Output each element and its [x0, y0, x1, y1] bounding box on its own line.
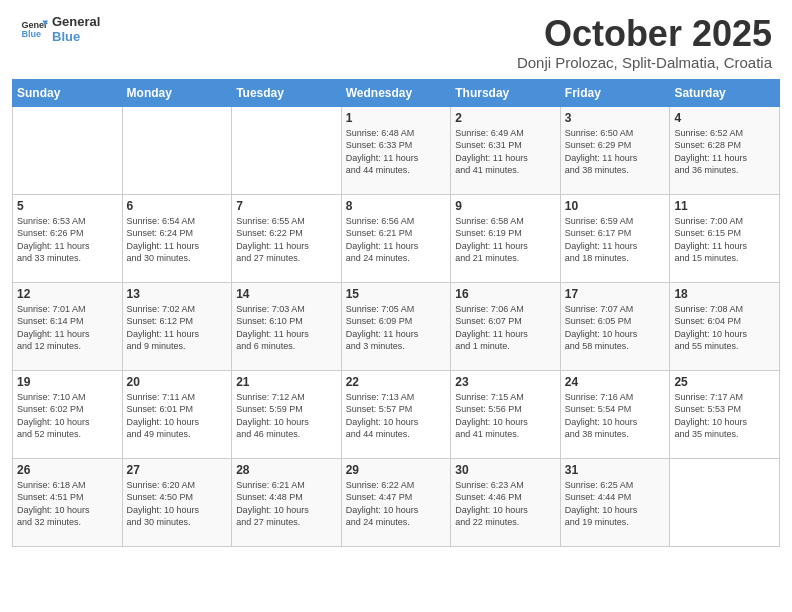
- day-cell: 31Sunrise: 6:25 AM Sunset: 4:44 PM Dayli…: [560, 458, 670, 546]
- day-number: 7: [236, 199, 337, 213]
- day-cell: [122, 106, 232, 194]
- day-cell: 11Sunrise: 7:00 AM Sunset: 6:15 PM Dayli…: [670, 194, 780, 282]
- week-row-1: 1Sunrise: 6:48 AM Sunset: 6:33 PM Daylig…: [13, 106, 780, 194]
- location-title: Donji Prolozac, Split-Dalmatia, Croatia: [517, 54, 772, 71]
- day-cell: 28Sunrise: 6:21 AM Sunset: 4:48 PM Dayli…: [232, 458, 342, 546]
- day-cell: 3Sunrise: 6:50 AM Sunset: 6:29 PM Daylig…: [560, 106, 670, 194]
- day-number: 15: [346, 287, 447, 301]
- day-number: 19: [17, 375, 118, 389]
- day-number: 30: [455, 463, 556, 477]
- day-info: Sunrise: 7:01 AM Sunset: 6:14 PM Dayligh…: [17, 303, 118, 353]
- day-info: Sunrise: 6:55 AM Sunset: 6:22 PM Dayligh…: [236, 215, 337, 265]
- day-cell: 2Sunrise: 6:49 AM Sunset: 6:31 PM Daylig…: [451, 106, 561, 194]
- week-row-3: 12Sunrise: 7:01 AM Sunset: 6:14 PM Dayli…: [13, 282, 780, 370]
- day-info: Sunrise: 6:50 AM Sunset: 6:29 PM Dayligh…: [565, 127, 666, 177]
- day-info: Sunrise: 6:59 AM Sunset: 6:17 PM Dayligh…: [565, 215, 666, 265]
- day-cell: [232, 106, 342, 194]
- day-cell: 10Sunrise: 6:59 AM Sunset: 6:17 PM Dayli…: [560, 194, 670, 282]
- day-info: Sunrise: 7:00 AM Sunset: 6:15 PM Dayligh…: [674, 215, 775, 265]
- col-sunday: Sunday: [13, 79, 123, 106]
- day-info: Sunrise: 6:23 AM Sunset: 4:46 PM Dayligh…: [455, 479, 556, 529]
- day-info: Sunrise: 7:17 AM Sunset: 5:53 PM Dayligh…: [674, 391, 775, 441]
- day-number: 8: [346, 199, 447, 213]
- day-info: Sunrise: 6:20 AM Sunset: 4:50 PM Dayligh…: [127, 479, 228, 529]
- day-number: 3: [565, 111, 666, 125]
- day-number: 27: [127, 463, 228, 477]
- day-number: 12: [17, 287, 118, 301]
- day-cell: 26Sunrise: 6:18 AM Sunset: 4:51 PM Dayli…: [13, 458, 123, 546]
- day-info: Sunrise: 6:56 AM Sunset: 6:21 PM Dayligh…: [346, 215, 447, 265]
- day-info: Sunrise: 7:15 AM Sunset: 5:56 PM Dayligh…: [455, 391, 556, 441]
- day-info: Sunrise: 6:58 AM Sunset: 6:19 PM Dayligh…: [455, 215, 556, 265]
- day-number: 22: [346, 375, 447, 389]
- day-info: Sunrise: 7:16 AM Sunset: 5:54 PM Dayligh…: [565, 391, 666, 441]
- day-info: Sunrise: 7:06 AM Sunset: 6:07 PM Dayligh…: [455, 303, 556, 353]
- logo-icon: General Blue: [20, 15, 48, 43]
- day-info: Sunrise: 7:02 AM Sunset: 6:12 PM Dayligh…: [127, 303, 228, 353]
- day-info: Sunrise: 6:22 AM Sunset: 4:47 PM Dayligh…: [346, 479, 447, 529]
- day-cell: 19Sunrise: 7:10 AM Sunset: 6:02 PM Dayli…: [13, 370, 123, 458]
- day-cell: 8Sunrise: 6:56 AM Sunset: 6:21 PM Daylig…: [341, 194, 451, 282]
- day-cell: 1Sunrise: 6:48 AM Sunset: 6:33 PM Daylig…: [341, 106, 451, 194]
- col-thursday: Thursday: [451, 79, 561, 106]
- day-info: Sunrise: 7:05 AM Sunset: 6:09 PM Dayligh…: [346, 303, 447, 353]
- day-cell: 5Sunrise: 6:53 AM Sunset: 6:26 PM Daylig…: [13, 194, 123, 282]
- day-cell: 29Sunrise: 6:22 AM Sunset: 4:47 PM Dayli…: [341, 458, 451, 546]
- day-cell: 25Sunrise: 7:17 AM Sunset: 5:53 PM Dayli…: [670, 370, 780, 458]
- day-number: 13: [127, 287, 228, 301]
- day-number: 21: [236, 375, 337, 389]
- day-info: Sunrise: 6:18 AM Sunset: 4:51 PM Dayligh…: [17, 479, 118, 529]
- day-number: 28: [236, 463, 337, 477]
- day-info: Sunrise: 6:53 AM Sunset: 6:26 PM Dayligh…: [17, 215, 118, 265]
- day-info: Sunrise: 7:13 AM Sunset: 5:57 PM Dayligh…: [346, 391, 447, 441]
- day-number: 1: [346, 111, 447, 125]
- svg-text:Blue: Blue: [21, 29, 41, 39]
- day-cell: 14Sunrise: 7:03 AM Sunset: 6:10 PM Dayli…: [232, 282, 342, 370]
- header-row: Sunday Monday Tuesday Wednesday Thursday…: [13, 79, 780, 106]
- day-cell: 6Sunrise: 6:54 AM Sunset: 6:24 PM Daylig…: [122, 194, 232, 282]
- week-row-4: 19Sunrise: 7:10 AM Sunset: 6:02 PM Dayli…: [13, 370, 780, 458]
- day-cell: 15Sunrise: 7:05 AM Sunset: 6:09 PM Dayli…: [341, 282, 451, 370]
- day-info: Sunrise: 7:12 AM Sunset: 5:59 PM Dayligh…: [236, 391, 337, 441]
- day-cell: 13Sunrise: 7:02 AM Sunset: 6:12 PM Dayli…: [122, 282, 232, 370]
- day-cell: 18Sunrise: 7:08 AM Sunset: 6:04 PM Dayli…: [670, 282, 780, 370]
- col-tuesday: Tuesday: [232, 79, 342, 106]
- col-wednesday: Wednesday: [341, 79, 451, 106]
- day-info: Sunrise: 7:03 AM Sunset: 6:10 PM Dayligh…: [236, 303, 337, 353]
- day-cell: 12Sunrise: 7:01 AM Sunset: 6:14 PM Dayli…: [13, 282, 123, 370]
- day-info: Sunrise: 6:49 AM Sunset: 6:31 PM Dayligh…: [455, 127, 556, 177]
- day-cell: 4Sunrise: 6:52 AM Sunset: 6:28 PM Daylig…: [670, 106, 780, 194]
- logo: General Blue General Blue: [20, 14, 100, 44]
- day-cell: 17Sunrise: 7:07 AM Sunset: 6:05 PM Dayli…: [560, 282, 670, 370]
- day-cell: [670, 458, 780, 546]
- day-cell: 21Sunrise: 7:12 AM Sunset: 5:59 PM Dayli…: [232, 370, 342, 458]
- calendar-body: 1Sunrise: 6:48 AM Sunset: 6:33 PM Daylig…: [13, 106, 780, 546]
- day-cell: [13, 106, 123, 194]
- col-saturday: Saturday: [670, 79, 780, 106]
- day-number: 4: [674, 111, 775, 125]
- day-cell: 23Sunrise: 7:15 AM Sunset: 5:56 PM Dayli…: [451, 370, 561, 458]
- day-info: Sunrise: 6:21 AM Sunset: 4:48 PM Dayligh…: [236, 479, 337, 529]
- col-monday: Monday: [122, 79, 232, 106]
- day-number: 29: [346, 463, 447, 477]
- day-number: 17: [565, 287, 666, 301]
- day-info: Sunrise: 6:54 AM Sunset: 6:24 PM Dayligh…: [127, 215, 228, 265]
- day-info: Sunrise: 7:10 AM Sunset: 6:02 PM Dayligh…: [17, 391, 118, 441]
- calendar-header: Sunday Monday Tuesday Wednesday Thursday…: [13, 79, 780, 106]
- day-info: Sunrise: 7:08 AM Sunset: 6:04 PM Dayligh…: [674, 303, 775, 353]
- month-title: October 2025: [517, 14, 772, 54]
- day-info: Sunrise: 6:25 AM Sunset: 4:44 PM Dayligh…: [565, 479, 666, 529]
- day-cell: 16Sunrise: 7:06 AM Sunset: 6:07 PM Dayli…: [451, 282, 561, 370]
- logo-general-text: General: [52, 14, 100, 29]
- week-row-2: 5Sunrise: 6:53 AM Sunset: 6:26 PM Daylig…: [13, 194, 780, 282]
- header: General Blue General Blue October 2025 D…: [0, 0, 792, 79]
- day-number: 2: [455, 111, 556, 125]
- day-number: 23: [455, 375, 556, 389]
- day-info: Sunrise: 6:48 AM Sunset: 6:33 PM Dayligh…: [346, 127, 447, 177]
- day-number: 25: [674, 375, 775, 389]
- day-info: Sunrise: 7:07 AM Sunset: 6:05 PM Dayligh…: [565, 303, 666, 353]
- day-number: 6: [127, 199, 228, 213]
- page: General Blue General Blue October 2025 D…: [0, 0, 792, 612]
- day-number: 14: [236, 287, 337, 301]
- day-cell: 9Sunrise: 6:58 AM Sunset: 6:19 PM Daylig…: [451, 194, 561, 282]
